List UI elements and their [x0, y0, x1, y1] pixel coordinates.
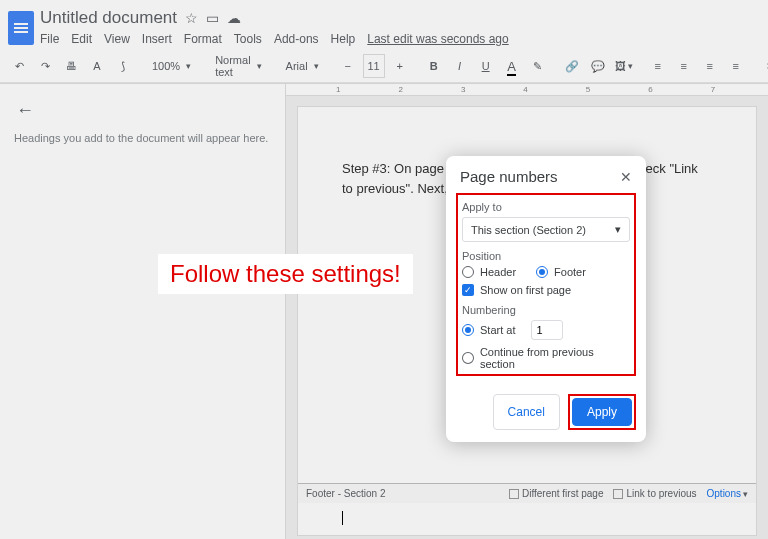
numbering-radio-group: Start at Continue from previous section: [462, 320, 630, 370]
outline-panel: ← Headings you add to the document will …: [0, 84, 286, 539]
cloud-status-icon[interactable]: ☁: [227, 10, 241, 26]
move-icon[interactable]: ▭: [206, 10, 219, 26]
body-row: ← Headings you add to the document will …: [0, 84, 768, 539]
menu-tools[interactable]: Tools: [234, 32, 262, 46]
continue-radio-label: Continue from previous section: [480, 346, 630, 370]
italic-button[interactable]: I: [449, 54, 471, 78]
header-radio-label: Header: [480, 266, 516, 278]
header-radio[interactable]: Header: [462, 266, 516, 278]
ruler-mark: 2: [398, 85, 402, 94]
dialog-actions: Cancel Apply: [446, 386, 646, 442]
undo-button[interactable]: ↶: [8, 54, 30, 78]
menu-file[interactable]: File: [40, 32, 59, 46]
menu-bar: File Edit View Insert Format Tools Add-o…: [40, 32, 509, 50]
apply-to-label: Apply to: [462, 201, 630, 213]
radio-icon: [462, 324, 474, 336]
dialog-title: Page numbers: [460, 168, 558, 185]
outline-collapse-icon[interactable]: ←: [10, 94, 275, 131]
ruler-mark: 6: [648, 85, 652, 94]
line-spacing-button[interactable]: ⇕: [759, 54, 768, 78]
menu-view[interactable]: View: [104, 32, 130, 46]
ruler-mark: 7: [711, 85, 715, 94]
style-select[interactable]: Normal text: [209, 54, 267, 78]
image-button[interactable]: 🖼: [613, 54, 635, 78]
link-to-previous-checkbox[interactable]: Link to previous: [613, 488, 696, 499]
doc-title-row: Untitled document ☆ ▭ ☁: [40, 6, 509, 30]
underline-button[interactable]: U: [475, 54, 497, 78]
paint-format-button[interactable]: ⟆: [112, 54, 134, 78]
start-at-label: Start at: [480, 324, 515, 336]
apply-to-value: This section (Section 2): [471, 224, 586, 236]
font-select[interactable]: Arial: [280, 54, 325, 78]
different-first-page-checkbox[interactable]: Different first page: [509, 488, 604, 499]
footer-bar[interactable]: Footer - Section 2 Different first page …: [298, 483, 756, 503]
radio-icon: [462, 266, 474, 278]
dialog-body: Apply to This section (Section 2) ▾ Posi…: [446, 193, 646, 386]
show-first-page-checkbox[interactable]: ✓ Show on first page: [462, 284, 630, 296]
spellcheck-button[interactable]: A: [86, 54, 108, 78]
comment-button[interactable]: 💬: [587, 54, 609, 78]
align-center-button[interactable]: ≡: [673, 54, 695, 78]
menu-edit[interactable]: Edit: [71, 32, 92, 46]
doc-title[interactable]: Untitled document: [40, 8, 177, 28]
footer-radio-label: Footer: [554, 266, 586, 278]
redo-button[interactable]: ↷: [34, 54, 56, 78]
radio-icon: [462, 352, 474, 364]
align-right-button[interactable]: ≡: [699, 54, 721, 78]
link-button[interactable]: 🔗: [561, 54, 583, 78]
outline-hint: Headings you add to the document will ap…: [10, 131, 275, 146]
checkbox-icon: [509, 489, 519, 499]
page-numbers-dialog: Page numbers ✕ Apply to This section (Se…: [446, 156, 646, 442]
apply-button[interactable]: Apply: [572, 398, 632, 426]
close-icon[interactable]: ✕: [620, 169, 632, 185]
continue-radio[interactable]: Continue from previous section: [462, 346, 630, 370]
font-size-plus[interactable]: +: [389, 54, 411, 78]
menu-addons[interactable]: Add-ons: [274, 32, 319, 46]
menu-insert[interactable]: Insert: [142, 32, 172, 46]
docs-logo-icon[interactable]: [8, 11, 34, 45]
start-at-input[interactable]: [531, 320, 563, 340]
start-at-radio[interactable]: Start at: [462, 320, 630, 340]
footer-controls: Different first page Link to previous Op…: [509, 488, 748, 499]
bold-button[interactable]: B: [423, 54, 445, 78]
app-header: Untitled document ☆ ▭ ☁ File Edit View I…: [0, 0, 768, 84]
font-size-minus[interactable]: −: [337, 54, 359, 78]
numbering-label: Numbering: [462, 304, 630, 316]
ruler-mark: 5: [586, 85, 590, 94]
annotation-callout: Follow these settings!: [158, 254, 413, 294]
footer-section-label: Footer - Section 2: [306, 488, 385, 499]
title-row: Untitled document ☆ ▭ ☁ File Edit View I…: [0, 0, 768, 50]
last-edit-link[interactable]: Last edit was seconds ago: [367, 32, 508, 46]
different-first-page-label: Different first page: [522, 488, 604, 499]
font-size-input[interactable]: 11: [363, 54, 385, 78]
cursor: [342, 511, 343, 525]
align-left-button[interactable]: ≡: [647, 54, 669, 78]
cancel-button[interactable]: Cancel: [493, 394, 560, 430]
menu-format[interactable]: Format: [184, 32, 222, 46]
checkbox-checked-icon: ✓: [462, 284, 474, 296]
title-block: Untitled document ☆ ▭ ☁ File Edit View I…: [40, 6, 509, 50]
dialog-header: Page numbers ✕: [446, 156, 646, 193]
star-icon[interactable]: ☆: [185, 10, 198, 26]
radio-icon: [536, 266, 548, 278]
align-justify-button[interactable]: ≡: [725, 54, 747, 78]
ruler-mark: 4: [523, 85, 527, 94]
footer-options-dropdown[interactable]: Options: [707, 488, 748, 499]
annotation-highlight-box: Apply to This section (Section 2) ▾ Posi…: [456, 193, 636, 376]
position-label: Position: [462, 250, 630, 262]
menu-help[interactable]: Help: [331, 32, 356, 46]
ruler[interactable]: 1 2 3 4 5 6 7: [286, 84, 768, 96]
ruler-mark: 1: [336, 85, 340, 94]
show-first-page-label: Show on first page: [480, 284, 571, 296]
zoom-select[interactable]: 100%: [146, 54, 197, 78]
highlight-button[interactable]: ✎: [527, 54, 549, 78]
print-button[interactable]: 🖶: [60, 54, 82, 78]
annotation-highlight-box: Apply: [568, 394, 636, 430]
chevron-down-icon: ▾: [615, 223, 621, 236]
apply-to-select[interactable]: This section (Section 2) ▾: [462, 217, 630, 242]
toolbar: ↶ ↷ 🖶 A ⟆ 100% Normal text Arial − 11 + …: [0, 50, 768, 83]
text-color-button[interactable]: A: [501, 54, 523, 78]
position-radio-group: Header Footer: [462, 266, 630, 278]
footer-radio[interactable]: Footer: [536, 266, 586, 278]
link-to-previous-label: Link to previous: [626, 488, 696, 499]
